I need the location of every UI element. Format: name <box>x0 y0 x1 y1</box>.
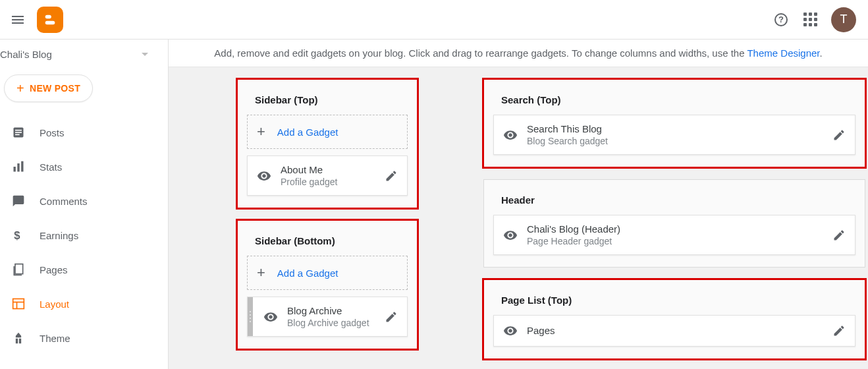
instruction-bar: Add, remove and edit gadgets on your blo… <box>169 40 868 67</box>
layout-icon <box>11 296 26 312</box>
theme-designer-link[interactable]: Theme Designer <box>747 47 819 59</box>
main-area: Chali's Blog + NEW POST Posts Stats <box>0 40 868 369</box>
section-search-top: Search (Top) Search This Blog Blog Searc… <box>483 79 865 167</box>
posts-icon <box>11 125 26 140</box>
nav-posts[interactable]: Posts <box>0 115 168 150</box>
gadget-title: Search This Blog <box>527 123 823 134</box>
nav-layout[interactable]: Layout <box>0 287 168 321</box>
apps-grid-icon <box>803 13 817 26</box>
section-title: Header <box>493 189 855 215</box>
instruction-text: Add, remove and edit gadgets on your blo… <box>214 47 747 59</box>
top-bar: ? T <box>0 0 868 40</box>
svg-rect-6 <box>14 167 16 172</box>
plus-icon: + <box>257 266 265 280</box>
edit-button[interactable] <box>385 169 398 183</box>
gadget-body: Pages <box>527 325 823 337</box>
svg-rect-5 <box>15 134 20 136</box>
gadget-body: Blog Archive Blog Archive gadget <box>287 305 375 328</box>
earnings-icon: $ <box>11 227 26 243</box>
svg-rect-1 <box>45 20 55 24</box>
new-post-button[interactable]: + NEW POST <box>4 74 93 102</box>
visibility-icon <box>503 128 518 142</box>
menu-button[interactable] <box>7 14 29 26</box>
edit-button[interactable] <box>832 128 846 142</box>
svg-rect-11 <box>13 299 24 309</box>
gadget-title: Blog Archive <box>287 305 375 316</box>
stats-icon <box>11 159 26 175</box>
layout-grid: Sidebar (Top) + Add a Gadget About Me Pr… <box>169 67 868 369</box>
hamburger-icon <box>12 19 24 20</box>
nav-stats[interactable]: Stats <box>0 150 168 184</box>
add-gadget-label: Add a Gadget <box>277 268 339 279</box>
svg-rect-3 <box>15 130 22 131</box>
new-post-label: NEW POST <box>30 83 80 94</box>
gadget-subtitle: Profile gadget <box>281 177 375 187</box>
blogger-icon <box>43 13 57 27</box>
gadget-blog-archive[interactable]: Blog Archive Blog Archive gadget <box>247 297 408 337</box>
svg-text:$: $ <box>14 229 20 242</box>
section-pagelist-top: Page List (Top) Pages <box>483 279 865 359</box>
apps-button[interactable] <box>802 12 818 28</box>
user-avatar[interactable]: T <box>831 7 856 32</box>
svg-rect-0 <box>45 14 51 18</box>
nav-pages[interactable]: Pages <box>0 252 168 287</box>
blog-selector[interactable]: Chali's Blog <box>0 40 168 69</box>
nav-list: Posts Stats Comments $ Earnings <box>0 115 168 355</box>
left-sidebar: Chali's Blog + NEW POST Posts Stats <box>0 40 169 369</box>
help-button[interactable]: ? <box>773 12 789 28</box>
content-area: Add, remove and edit gadgets on your blo… <box>169 40 868 369</box>
nav-label: Comments <box>40 196 88 207</box>
chevron-down-icon <box>142 53 148 56</box>
nav-label: Posts <box>40 127 65 138</box>
gadget-pages[interactable]: Pages <box>493 315 855 347</box>
nav-label: Earnings <box>40 230 78 241</box>
gadget-body: Chali's Blog (Header) Page Header gadget <box>527 223 823 246</box>
section-title: Sidebar (Bottom) <box>242 230 408 256</box>
nav-theme[interactable]: Theme <box>0 321 168 355</box>
section-sidebar-top: Sidebar (Top) + Add a Gadget About Me Pr… <box>237 79 418 208</box>
gadget-subtitle: Blog Search gadget <box>527 136 823 146</box>
nav-label: Stats <box>40 161 62 173</box>
nav-comments[interactable]: Comments <box>0 184 168 218</box>
section-title: Search (Top) <box>493 89 855 115</box>
add-gadget-button[interactable]: + Add a Gadget <box>247 115 408 149</box>
gadget-subtitle: Page Header gadget <box>527 236 823 246</box>
theme-icon <box>11 330 26 346</box>
gadget-title: Chali's Blog (Header) <box>527 223 823 235</box>
help-icon: ? <box>774 13 788 26</box>
drag-handle[interactable] <box>248 297 253 336</box>
nav-label: Pages <box>40 264 68 275</box>
gadget-header[interactable]: Chali's Blog (Header) Page Header gadget <box>493 215 855 255</box>
section-title: Page List (Top) <box>493 289 855 315</box>
gadget-search[interactable]: Search This Blog Blog Search gadget <box>493 115 855 155</box>
section-header: Header Chali's Blog (Header) Page Header… <box>483 179 865 268</box>
gadget-body: About Me Profile gadget <box>281 164 375 187</box>
layout-right-column: Search (Top) Search This Blog Blog Searc… <box>483 79 865 369</box>
pages-icon <box>11 262 26 277</box>
blog-name: Chali's Blog <box>0 49 52 60</box>
instruction-suffix: . <box>820 47 823 59</box>
section-title: Sidebar (Top) <box>247 89 408 115</box>
svg-rect-4 <box>15 132 22 133</box>
add-gadget-label: Add a Gadget <box>277 127 339 138</box>
visibility-icon <box>257 169 271 183</box>
layout-left-column: Sidebar (Top) + Add a Gadget About Me Pr… <box>237 79 418 369</box>
gadget-title: Pages <box>527 325 823 336</box>
nav-earnings[interactable]: $ Earnings <box>0 218 168 252</box>
svg-rect-10 <box>15 264 23 274</box>
svg-rect-8 <box>21 161 23 172</box>
topbar-right: ? T <box>773 7 861 32</box>
edit-button[interactable] <box>832 324 846 337</box>
nav-label: Theme <box>40 333 70 344</box>
gadget-about-me[interactable]: About Me Profile gadget <box>247 156 408 196</box>
add-gadget-button[interactable]: + Add a Gadget <box>247 256 408 290</box>
edit-button[interactable] <box>385 310 398 324</box>
blogger-logo[interactable] <box>37 7 63 33</box>
plus-icon: + <box>257 125 265 139</box>
visibility-icon <box>503 228 518 242</box>
gadget-body: Search This Blog Blog Search gadget <box>527 123 823 146</box>
plus-icon: + <box>16 82 24 95</box>
visibility-icon <box>263 310 278 324</box>
edit-button[interactable] <box>832 229 846 242</box>
gadget-title: About Me <box>281 164 375 175</box>
